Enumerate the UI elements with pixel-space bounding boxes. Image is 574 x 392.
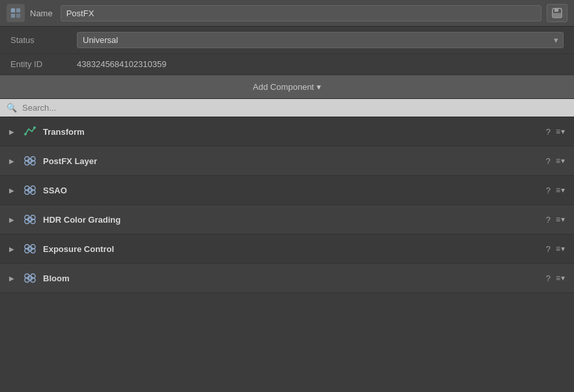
save-button[interactable] bbox=[547, 4, 567, 22]
expand-icon-transform[interactable]: ▶ bbox=[9, 128, 17, 135]
menu-icon-transform: ≡ bbox=[556, 127, 560, 136]
hdr-color-grading-icon bbox=[22, 212, 38, 227]
component-actions-exposure: ? ≡ ▾ bbox=[546, 244, 565, 254]
menu-button-postfx-layer[interactable]: ≡ ▾ bbox=[556, 156, 565, 165]
expand-icon-ssao[interactable]: ▶ bbox=[9, 187, 17, 194]
menu-arrow-bloom: ▾ bbox=[561, 273, 565, 283]
svg-rect-1 bbox=[16, 8, 20, 12]
component-name-bloom: Bloom bbox=[43, 273, 541, 283]
status-row: Status Universal Active Inactive ▾ bbox=[0, 27, 574, 54]
svg-rect-2 bbox=[11, 14, 15, 18]
menu-button-bloom[interactable]: ≡ ▾ bbox=[556, 273, 565, 283]
component-name-exposure-control: Exposure Control bbox=[43, 244, 541, 254]
component-list: ▶ Transform ? ≡ ▾ ▶ bbox=[0, 117, 574, 293]
svg-rect-0 bbox=[11, 8, 15, 12]
component-item-hdr-color-grading[interactable]: ▶ HDR Color Grading ? ≡ ▾ bbox=[0, 205, 574, 234]
expand-icon-hdr[interactable]: ▶ bbox=[9, 216, 17, 223]
component-actions-hdr: ? ≡ ▾ bbox=[546, 215, 565, 225]
help-button-postfx-layer[interactable]: ? bbox=[546, 156, 551, 166]
component-name-transform: Transform bbox=[43, 127, 541, 137]
menu-icon-hdr: ≡ bbox=[556, 215, 560, 224]
menu-button-exposure[interactable]: ≡ ▾ bbox=[556, 244, 565, 253]
svg-rect-3 bbox=[16, 14, 20, 18]
properties-section: Status Universal Active Inactive ▾ Entit… bbox=[0, 27, 574, 75]
svg-rect-5 bbox=[554, 8, 558, 12]
menu-icon-bloom: ≡ bbox=[556, 273, 560, 283]
entity-name-input[interactable] bbox=[61, 5, 541, 21]
expand-icon-exposure[interactable]: ▶ bbox=[9, 245, 17, 253]
component-name-hdr-color-grading: HDR Color Grading bbox=[43, 215, 541, 225]
status-select-wrapper[interactable]: Universal Active Inactive ▾ bbox=[77, 32, 564, 48]
help-button-exposure[interactable]: ? bbox=[546, 244, 551, 254]
entity-id-row: Entity ID 4383245684102310359 bbox=[0, 54, 574, 75]
postfx-layer-icon bbox=[22, 153, 38, 169]
bloom-icon bbox=[22, 270, 38, 286]
svg-rect-6 bbox=[553, 13, 561, 17]
ssao-icon bbox=[22, 182, 38, 198]
component-item-bloom[interactable]: ▶ Bloom ? ≡ ▾ bbox=[0, 264, 574, 293]
help-button-ssao[interactable]: ? bbox=[546, 186, 551, 195]
search-input[interactable] bbox=[22, 103, 567, 113]
exposure-control-icon bbox=[22, 241, 38, 257]
component-item-transform[interactable]: ▶ Transform ? ≡ ▾ bbox=[0, 117, 574, 147]
menu-icon-ssao: ≡ bbox=[556, 186, 560, 195]
menu-button-hdr[interactable]: ≡ ▾ bbox=[556, 215, 565, 224]
help-button-transform[interactable]: ? bbox=[546, 127, 551, 137]
expand-icon-postfx-layer[interactable]: ▶ bbox=[9, 158, 17, 165]
menu-arrow-hdr: ▾ bbox=[561, 215, 565, 224]
help-button-hdr[interactable]: ? bbox=[546, 215, 551, 225]
menu-arrow-transform: ▾ bbox=[561, 127, 565, 136]
menu-button-ssao[interactable]: ≡ ▾ bbox=[556, 186, 565, 195]
transform-icon bbox=[22, 124, 38, 139]
svg-point-7 bbox=[24, 133, 27, 135]
entity-id-label: Entity ID bbox=[10, 59, 69, 69]
search-icon: 🔍 bbox=[7, 103, 17, 113]
help-button-bloom[interactable]: ? bbox=[546, 273, 551, 283]
menu-icon-exposure: ≡ bbox=[556, 244, 560, 253]
add-component-arrow-icon: ▾ bbox=[317, 82, 321, 92]
menu-button-transform[interactable]: ≡ ▾ bbox=[556, 127, 565, 136]
component-actions-postfx-layer: ? ≡ ▾ bbox=[546, 156, 565, 166]
status-select[interactable]: Universal Active Inactive bbox=[77, 32, 564, 48]
entity-id-value: 4383245684102310359 bbox=[77, 59, 166, 69]
component-name-ssao: SSAO bbox=[43, 186, 541, 195]
svg-point-8 bbox=[33, 126, 36, 129]
menu-arrow-exposure: ▾ bbox=[561, 244, 565, 253]
menu-arrow-ssao: ▾ bbox=[561, 186, 565, 195]
component-item-postfx-layer[interactable]: ▶ PostFX Layer ? ≡ ▾ bbox=[0, 147, 574, 176]
component-actions-bloom: ? ≡ ▾ bbox=[546, 273, 565, 283]
entity-icon bbox=[7, 4, 25, 22]
header-row: Name bbox=[0, 0, 574, 27]
component-actions-transform: ? ≡ ▾ bbox=[546, 127, 565, 137]
add-component-button[interactable]: Add Component ▾ bbox=[0, 75, 574, 99]
expand-icon-bloom[interactable]: ▶ bbox=[9, 275, 17, 282]
add-component-label: Add Component bbox=[253, 82, 314, 92]
component-item-exposure-control[interactable]: ▶ Exposure Control ? ≡ ▾ bbox=[0, 234, 574, 264]
status-label: Status bbox=[10, 35, 69, 45]
name-label: Name bbox=[30, 8, 53, 18]
menu-arrow-postfx-layer: ▾ bbox=[561, 156, 565, 165]
menu-icon-postfx-layer: ≡ bbox=[556, 156, 560, 165]
component-name-postfx-layer: PostFX Layer bbox=[43, 156, 541, 166]
search-row: 🔍 bbox=[0, 99, 574, 117]
component-actions-ssao: ? ≡ ▾ bbox=[546, 186, 565, 195]
component-item-ssao[interactable]: ▶ SSAO ? ≡ ▾ bbox=[0, 176, 574, 205]
